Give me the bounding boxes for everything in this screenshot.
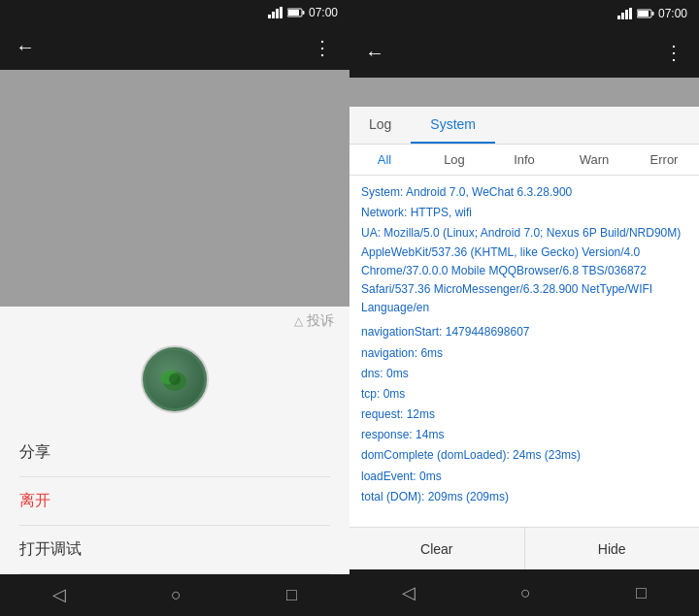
- tab-log[interactable]: Log: [350, 107, 411, 144]
- signal-icon: [268, 7, 283, 18]
- svg-rect-13: [629, 8, 632, 19]
- left-back-button[interactable]: ←: [16, 36, 35, 58]
- svg-rect-16: [638, 11, 649, 16]
- menu-items: 分享 离开 打开调试: [0, 429, 350, 574]
- right-panel: 07:00 ← ⋮ Log System All Log Info Warn E…: [350, 0, 699, 616]
- right-home-nav-icon[interactable]: ○: [520, 583, 531, 603]
- right-signal-icon: [617, 8, 633, 19]
- left-status-icons: 07:00: [268, 6, 338, 19]
- clear-button[interactable]: Clear: [350, 528, 525, 569]
- left-status-bar: 07:00: [0, 0, 350, 24]
- svg-rect-3: [280, 7, 283, 18]
- left-nav-bar: ◁ ○ □: [0, 574, 350, 616]
- svg-rect-10: [617, 16, 620, 19]
- right-nav-bar: ◁ ○ □: [350, 569, 699, 616]
- log-line-10: loadEvent: 0ms: [361, 468, 687, 486]
- complaint-triangle-icon: △: [294, 314, 303, 328]
- left-panel: 07:00 ← ⋮ △ 投诉: [0, 0, 350, 616]
- left-bottom-section: △ 投诉 分享 离开 打开调试: [0, 307, 350, 574]
- log-line-9: domComplete (domLoaded): 24ms (23ms): [361, 446, 687, 465]
- filter-row: All Log Info Warn Error: [350, 145, 699, 176]
- svg-rect-1: [272, 12, 275, 18]
- right-back-button[interactable]: ←: [365, 42, 384, 64]
- filter-info[interactable]: Info: [489, 145, 559, 175]
- svg-rect-11: [621, 13, 624, 19]
- log-line-11: total (DOM): 209ms (209ms): [361, 488, 687, 506]
- svg-rect-6: [288, 10, 299, 16]
- filter-all[interactable]: All: [350, 145, 419, 175]
- left-status-time: 07:00: [309, 6, 338, 19]
- right-top-bar: ← ⋮: [350, 27, 699, 78]
- avatar: [141, 345, 209, 413]
- share-menu-item[interactable]: 分享: [19, 429, 330, 477]
- avatar-logo: [155, 360, 194, 399]
- log-line-0: System: Android 7.0, WeChat 6.3.28.900: [361, 183, 687, 202]
- right-status-time: 07:00: [658, 7, 687, 20]
- leave-menu-item[interactable]: 离开: [19, 477, 330, 526]
- left-image-area: [0, 70, 350, 307]
- complaint-row: △ 投诉: [0, 307, 350, 336]
- left-back-nav-icon[interactable]: ◁: [52, 584, 66, 605]
- hide-button[interactable]: Hide: [525, 528, 700, 569]
- left-top-bar: ← ⋮: [0, 24, 350, 70]
- log-line-8: response: 14ms: [361, 426, 687, 444]
- log-line-3: navigationStart: 1479448698607: [361, 323, 687, 341]
- svg-point-9: [169, 373, 181, 385]
- filter-log[interactable]: Log: [419, 145, 489, 175]
- right-back-nav-icon[interactable]: ◁: [402, 582, 416, 603]
- log-line-4: navigation: 6ms: [361, 344, 687, 363]
- left-recents-nav-icon[interactable]: □: [286, 585, 297, 605]
- log-line-5: dns: 0ms: [361, 365, 687, 383]
- left-menu-button[interactable]: ⋮: [313, 36, 334, 59]
- battery-icon: [287, 8, 305, 17]
- log-line-7: request: 12ms: [361, 405, 687, 424]
- right-recents-nav-icon[interactable]: □: [636, 583, 647, 603]
- tab-system[interactable]: System: [411, 107, 495, 144]
- right-status-icons: 07:00: [617, 7, 687, 20]
- svg-rect-0: [268, 15, 271, 18]
- bottom-bar: Clear Hide: [350, 527, 699, 569]
- svg-rect-15: [651, 12, 653, 16]
- log-content: System: Android 7.0, WeChat 6.3.28.900 N…: [350, 176, 699, 527]
- avatar-section: [0, 336, 350, 429]
- debug-menu-item[interactable]: 打开调试: [19, 526, 330, 574]
- svg-rect-12: [625, 10, 628, 19]
- left-home-nav-icon[interactable]: ○: [171, 585, 182, 605]
- tab-row: Log System: [350, 107, 699, 145]
- complaint-text[interactable]: 投诉: [307, 312, 334, 330]
- log-line-1: Network: HTTPS, wifi: [361, 204, 687, 222]
- svg-rect-2: [276, 9, 279, 18]
- right-status-bar: 07:00: [350, 0, 699, 27]
- right-gray-area: [350, 78, 699, 107]
- avatar-inner: [146, 350, 204, 408]
- svg-rect-5: [302, 11, 304, 15]
- log-line-2: UA: Mozilla/5.0 (Linux; Android 7.0; Nex…: [361, 224, 687, 317]
- right-battery-icon: [637, 9, 654, 18]
- right-menu-button[interactable]: ⋮: [664, 41, 683, 64]
- filter-warn[interactable]: Warn: [559, 145, 629, 175]
- filter-error[interactable]: Error: [629, 145, 699, 175]
- log-line-6: tcp: 0ms: [361, 385, 687, 404]
